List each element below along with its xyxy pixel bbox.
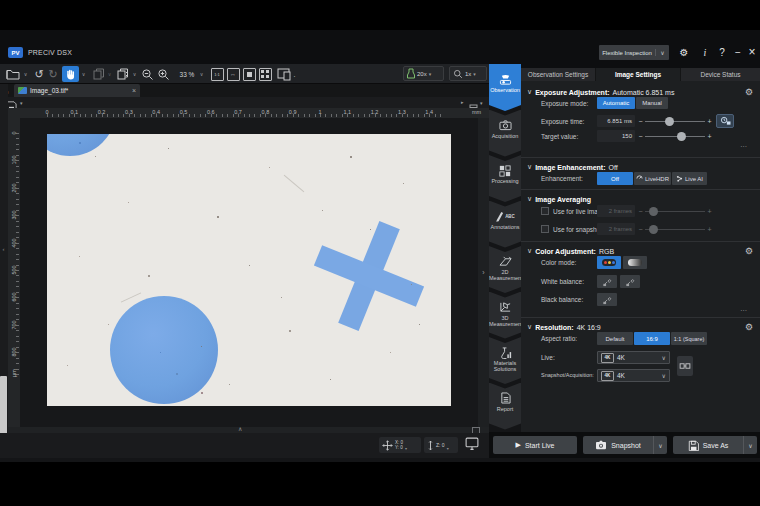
pixel-view-icon[interactable]: [258, 66, 272, 82]
exposure-time-plus-button[interactable]: +: [706, 115, 713, 127]
viewer-canvas[interactable]: µm 0100200300400500600700800 ›: [8, 118, 489, 427]
sidebar-item-materials-solutions[interactable]: Materials Solutions: [489, 337, 521, 384]
sidebar-item-2d-measurement[interactable]: 2D Measurement: [489, 246, 521, 293]
magnification-selector[interactable]: 1x ▾: [449, 66, 487, 81]
slider-thumb[interactable]: [665, 117, 674, 126]
collapse-icon[interactable]: ∨: [527, 163, 532, 171]
aspect-16-9-button[interactable]: 16:9: [634, 332, 670, 345]
redo-icon[interactable]: ↻: [47, 66, 59, 82]
exposure-time-slider[interactable]: [645, 115, 705, 127]
sidebar-item-processing[interactable]: Processing: [489, 155, 521, 202]
open-file-chevron-icon[interactable]: ∨: [22, 66, 29, 82]
enhancement-livehdr-button[interactable]: LiveHDR: [634, 172, 671, 185]
close-icon[interactable]: ×: [744, 44, 760, 60]
aspect-default-button[interactable]: Default: [597, 332, 633, 345]
layout-preview-icon[interactable]: [276, 66, 292, 82]
stage-z-control[interactable]: Z: 0 ▾: [424, 437, 458, 453]
stage-xy-control[interactable]: X: 0 Y: 0 ▾: [379, 437, 421, 453]
tab-device-status[interactable]: Device Status: [681, 68, 760, 81]
actual-size-icon[interactable]: 1:1: [210, 66, 224, 82]
use-for-live-image-checkbox[interactable]: [541, 207, 549, 215]
sidebar-item-annotations[interactable]: ABC Annotations: [489, 201, 521, 248]
undo-icon[interactable]: ↺: [33, 66, 45, 82]
sidebar-item-acquisition[interactable]: Acquisition: [489, 110, 521, 157]
profile-dropdown[interactable]: Flexible Inspection ∨: [599, 45, 669, 60]
save-layer-chevron-icon[interactable]: ▾: [20, 100, 23, 106]
target-value-minus-button[interactable]: −: [637, 130, 644, 142]
aspect-1-1-button[interactable]: 1:1 (Square): [671, 332, 707, 345]
zoom-in-icon[interactable]: [157, 66, 170, 82]
live-frames-slider[interactable]: [645, 205, 705, 217]
exposure-time-input[interactable]: 6.851 ms: [597, 115, 635, 127]
open-file-icon[interactable]: [5, 66, 21, 82]
info-icon[interactable]: i: [697, 44, 713, 60]
black-balance-button[interactable]: [597, 293, 617, 306]
use-for-snapshot-checkbox[interactable]: [541, 225, 549, 233]
exposure-more-button[interactable]: ⋯: [740, 143, 747, 151]
snapshot-frames-minus-button[interactable]: −: [637, 223, 644, 235]
tab-close-icon[interactable]: ×: [132, 87, 136, 94]
copy-chevron-icon[interactable]: ∨: [106, 66, 113, 82]
auto-exposure-lock-button[interactable]: [716, 114, 734, 128]
sidebar-item-3d-measurement[interactable]: 3D Measurement: [489, 292, 521, 339]
collapse-icon[interactable]: ∨: [527, 88, 532, 96]
live-frames-plus-button[interactable]: +: [706, 205, 713, 217]
duplicate-image-icon[interactable]: [116, 66, 130, 82]
snapshot-chevron-icon[interactable]: ∨: [653, 436, 667, 454]
white-balance-auto-button[interactable]: [620, 275, 640, 288]
zoom-percent-chevron-icon[interactable]: ∨: [198, 66, 205, 82]
color-more-button[interactable]: ⋯: [740, 307, 747, 315]
target-value-slider[interactable]: [645, 130, 705, 142]
gear-icon[interactable]: ⚙: [745, 87, 753, 97]
exposure-time-minus-button[interactable]: −: [637, 115, 644, 127]
snapshot-button[interactable]: Snapshot ∨: [583, 436, 667, 454]
white-balance-area-button[interactable]: [597, 275, 617, 288]
overlay-chevron-icon[interactable]: ▾: [480, 100, 483, 106]
collapse-icon[interactable]: ∨: [527, 195, 532, 203]
slider-thumb[interactable]: [677, 132, 686, 141]
collapse-icon[interactable]: ∨: [527, 247, 532, 255]
hand-tool-chevron-icon[interactable]: ∨: [80, 66, 87, 82]
live-frames-input[interactable]: 2 frames: [597, 205, 635, 217]
live-resolution-dropdown[interactable]: 4K 4K ∨: [597, 351, 670, 364]
fit-screen-icon[interactable]: [242, 66, 256, 82]
exposure-mode-automatic-button[interactable]: Automatic: [597, 97, 635, 109]
display-monitor-icon[interactable]: [464, 436, 480, 455]
objective-selector[interactable]: 20x ▾: [403, 66, 444, 81]
snapshot-frames-slider[interactable]: [645, 223, 705, 235]
link-resolutions-button[interactable]: [677, 356, 693, 376]
settings-gear-icon[interactable]: ⚙: [676, 44, 692, 60]
start-live-button[interactable]: ▶ Start Live: [493, 436, 577, 454]
copy-icon[interactable]: [92, 66, 105, 82]
gear-icon[interactable]: ⚙: [745, 246, 753, 256]
color-mode-rgb-button[interactable]: [597, 256, 621, 269]
sidebar-item-observation[interactable]: Observation: [489, 64, 521, 111]
target-value-plus-button[interactable]: +: [706, 130, 713, 142]
slider-thumb[interactable]: [649, 207, 658, 216]
panel-expand-right-handle[interactable]: ›: [478, 118, 489, 427]
duplicate-chevron-icon[interactable]: ∨: [131, 66, 138, 82]
tab-observation-settings[interactable]: Observation Settings: [521, 68, 596, 81]
enhancement-off-button[interactable]: Off: [597, 172, 633, 185]
specimen-image[interactable]: [47, 134, 451, 406]
document-tab[interactable]: Image_03.tif* ×: [14, 84, 140, 97]
panel-expand-left-handle[interactable]: ‹: [0, 242, 7, 256]
section-image-averaging[interactable]: ∨ Image Averaging: [521, 193, 760, 205]
help-icon[interactable]: ?: [714, 44, 730, 60]
color-mode-grayscale-button[interactable]: [623, 256, 647, 269]
collapse-icon[interactable]: ∨: [527, 323, 532, 331]
save-as-button[interactable]: Save As ∨: [673, 436, 757, 454]
zoom-percent-value[interactable]: 33 %: [176, 66, 198, 82]
snapshot-resolution-dropdown[interactable]: 4K 4K ∨: [597, 369, 670, 382]
zoom-out-icon[interactable]: [141, 66, 154, 82]
snapshot-frames-input[interactable]: 2 frames: [597, 223, 635, 235]
pan-hand-tool-icon[interactable]: [62, 66, 79, 82]
collapse-up-icon[interactable]: ∧: [238, 425, 242, 432]
enhancement-liveai-button[interactable]: Live AI: [672, 172, 707, 185]
sidebar-item-report[interactable]: Report: [489, 383, 521, 430]
exposure-mode-manual-button[interactable]: Manual: [636, 97, 668, 109]
target-value-input[interactable]: 150: [597, 130, 635, 142]
slider-thumb[interactable]: [649, 225, 658, 234]
gear-icon[interactable]: ⚙: [745, 322, 753, 332]
overlay-play-icon[interactable]: ▸: [461, 99, 464, 105]
